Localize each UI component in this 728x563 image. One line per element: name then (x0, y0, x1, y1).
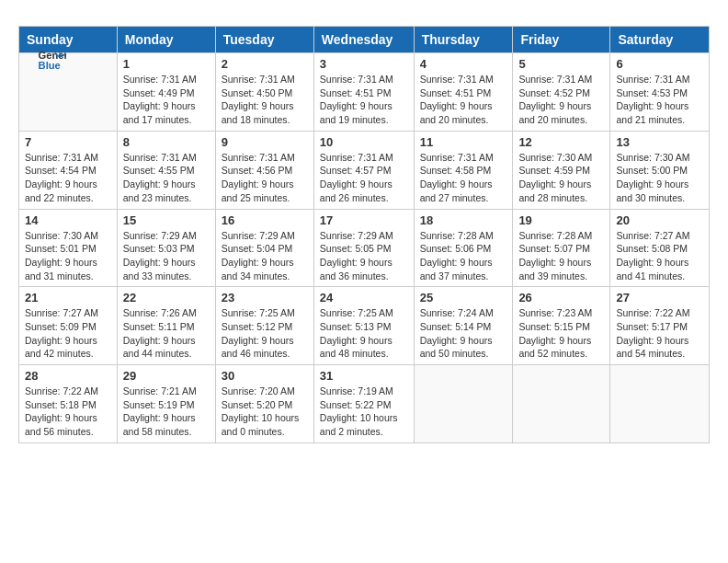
day-number: 28 (25, 369, 111, 383)
day-info: Sunrise: 7:31 AM Sunset: 4:51 PM Dayligh… (420, 73, 507, 127)
day-info: Sunrise: 7:21 AM Sunset: 5:19 PM Dayligh… (123, 385, 210, 439)
calendar-day-cell: 10Sunrise: 7:31 AM Sunset: 4:57 PM Dayli… (313, 131, 414, 209)
day-info: Sunrise: 7:31 AM Sunset: 4:49 PM Dayligh… (123, 73, 210, 127)
calendar-day-cell: 18Sunrise: 7:28 AM Sunset: 5:06 PM Dayli… (414, 209, 513, 287)
day-number: 11 (420, 135, 507, 149)
day-number: 2 (222, 57, 308, 71)
day-number: 18 (420, 213, 507, 227)
day-number: 1 (123, 57, 210, 71)
day-number: 25 (420, 291, 507, 304)
calendar-day-cell: 25Sunrise: 7:24 AM Sunset: 5:14 PM Dayli… (414, 287, 513, 365)
calendar-day-cell: 23Sunrise: 7:25 AM Sunset: 5:12 PM Dayli… (215, 287, 313, 365)
day-info: Sunrise: 7:31 AM Sunset: 4:52 PM Dayligh… (518, 73, 604, 127)
calendar-day-cell: 30Sunrise: 7:20 AM Sunset: 5:20 PM Dayli… (215, 365, 313, 443)
day-info: Sunrise: 7:20 AM Sunset: 5:20 PM Dayligh… (222, 385, 308, 439)
calendar-day-cell (610, 365, 710, 443)
calendar-day-cell: 8Sunrise: 7:31 AM Sunset: 4:55 PM Daylig… (117, 131, 215, 209)
calendar-day-cell: 1Sunrise: 7:31 AM Sunset: 4:49 PM Daylig… (117, 53, 215, 132)
day-info: Sunrise: 7:28 AM Sunset: 5:06 PM Dayligh… (420, 229, 507, 283)
day-number: 31 (320, 369, 408, 383)
day-info: Sunrise: 7:31 AM Sunset: 4:50 PM Dayligh… (222, 73, 308, 127)
logo: General Blue (37, 44, 70, 74)
day-number: 7 (25, 135, 111, 149)
calendar-day-cell: 16Sunrise: 7:29 AM Sunset: 5:04 PM Dayli… (215, 209, 313, 287)
weekday-header: Thursday (414, 27, 513, 53)
calendar-day-cell: 2Sunrise: 7:31 AM Sunset: 4:50 PM Daylig… (215, 53, 313, 132)
calendar-day-cell: 20Sunrise: 7:27 AM Sunset: 5:08 PM Dayli… (610, 209, 710, 287)
day-number: 8 (123, 135, 210, 149)
day-info: Sunrise: 7:31 AM Sunset: 4:54 PM Dayligh… (25, 151, 111, 205)
day-info: Sunrise: 7:30 AM Sunset: 4:59 PM Dayligh… (518, 151, 604, 205)
calendar-week-row: 14Sunrise: 7:30 AM Sunset: 5:01 PM Dayli… (19, 209, 710, 287)
calendar-day-cell: 7Sunrise: 7:31 AM Sunset: 4:54 PM Daylig… (19, 131, 118, 209)
day-info: Sunrise: 7:25 AM Sunset: 5:12 PM Dayligh… (222, 306, 308, 361)
calendar-day-cell: 22Sunrise: 7:26 AM Sunset: 5:11 PM Dayli… (117, 287, 215, 365)
day-number: 4 (420, 57, 507, 71)
day-info: Sunrise: 7:31 AM Sunset: 4:51 PM Dayligh… (320, 73, 408, 127)
day-number: 9 (222, 135, 308, 149)
day-number: 24 (320, 291, 408, 304)
day-info: Sunrise: 7:31 AM Sunset: 4:58 PM Dayligh… (420, 151, 507, 205)
calendar-day-cell: 12Sunrise: 7:30 AM Sunset: 4:59 PM Dayli… (513, 131, 610, 209)
weekday-header: Friday (513, 27, 610, 53)
calendar-header-row: SundayMondayTuesdayWednesdayThursdayFrid… (19, 27, 710, 53)
calendar-day-cell: 28Sunrise: 7:22 AM Sunset: 5:18 PM Dayli… (19, 365, 118, 443)
calendar-week-row: 1Sunrise: 7:31 AM Sunset: 4:49 PM Daylig… (19, 53, 710, 132)
day-number: 14 (25, 213, 111, 227)
day-info: Sunrise: 7:30 AM Sunset: 5:00 PM Dayligh… (616, 151, 703, 205)
calendar-day-cell (414, 365, 513, 443)
weekday-header: Monday (117, 27, 215, 53)
svg-text:General: General (39, 50, 66, 61)
calendar-day-cell: 15Sunrise: 7:29 AM Sunset: 5:03 PM Dayli… (117, 209, 215, 287)
calendar-day-cell: 14Sunrise: 7:30 AM Sunset: 5:01 PM Dayli… (19, 209, 118, 287)
calendar-day-cell: 4Sunrise: 7:31 AM Sunset: 4:51 PM Daylig… (414, 53, 513, 132)
calendar-day-cell: 9Sunrise: 7:31 AM Sunset: 4:56 PM Daylig… (215, 131, 313, 209)
calendar-day-cell: 29Sunrise: 7:21 AM Sunset: 5:19 PM Dayli… (117, 365, 215, 443)
calendar-week-row: 28Sunrise: 7:22 AM Sunset: 5:18 PM Dayli… (19, 365, 710, 443)
day-info: Sunrise: 7:29 AM Sunset: 5:05 PM Dayligh… (320, 229, 408, 283)
calendar-day-cell: 27Sunrise: 7:22 AM Sunset: 5:17 PM Dayli… (610, 287, 710, 365)
day-info: Sunrise: 7:31 AM Sunset: 4:55 PM Dayligh… (123, 151, 210, 205)
day-number: 3 (320, 57, 408, 71)
day-info: Sunrise: 7:24 AM Sunset: 5:14 PM Dayligh… (420, 306, 507, 361)
day-number: 12 (518, 135, 604, 149)
day-number: 27 (616, 291, 703, 304)
day-info: Sunrise: 7:23 AM Sunset: 5:15 PM Dayligh… (518, 306, 604, 361)
calendar-day-cell: 21Sunrise: 7:27 AM Sunset: 5:09 PM Dayli… (19, 287, 118, 365)
day-info: Sunrise: 7:27 AM Sunset: 5:08 PM Dayligh… (616, 229, 703, 283)
day-info: Sunrise: 7:26 AM Sunset: 5:11 PM Dayligh… (123, 306, 210, 361)
day-number: 29 (123, 369, 210, 383)
calendar-day-cell: 19Sunrise: 7:28 AM Sunset: 5:07 PM Dayli… (513, 209, 610, 287)
day-number: 6 (616, 57, 703, 71)
day-info: Sunrise: 7:31 AM Sunset: 4:53 PM Dayligh… (616, 73, 703, 127)
day-info: Sunrise: 7:22 AM Sunset: 5:17 PM Dayligh… (616, 306, 703, 361)
calendar-day-cell: 11Sunrise: 7:31 AM Sunset: 4:58 PM Dayli… (414, 131, 513, 209)
day-info: Sunrise: 7:30 AM Sunset: 5:01 PM Dayligh… (25, 229, 111, 283)
day-info: Sunrise: 7:19 AM Sunset: 5:22 PM Dayligh… (320, 385, 408, 439)
calendar-week-row: 21Sunrise: 7:27 AM Sunset: 5:09 PM Dayli… (19, 287, 710, 365)
day-number: 13 (616, 135, 703, 149)
calendar-day-cell (513, 365, 610, 443)
day-number: 19 (518, 213, 604, 227)
day-info: Sunrise: 7:29 AM Sunset: 5:03 PM Dayligh… (123, 229, 210, 283)
calendar-table: SundayMondayTuesdayWednesdayThursdayFrid… (18, 26, 710, 443)
day-info: Sunrise: 7:25 AM Sunset: 5:13 PM Dayligh… (320, 306, 408, 361)
day-number: 10 (320, 135, 408, 149)
day-number: 20 (616, 213, 703, 227)
weekday-header: Saturday (610, 27, 710, 53)
calendar-day-cell: 24Sunrise: 7:25 AM Sunset: 5:13 PM Dayli… (313, 287, 414, 365)
day-info: Sunrise: 7:31 AM Sunset: 4:56 PM Dayligh… (222, 151, 308, 205)
day-number: 17 (320, 213, 408, 227)
day-info: Sunrise: 7:28 AM Sunset: 5:07 PM Dayligh… (518, 229, 604, 283)
day-info: Sunrise: 7:22 AM Sunset: 5:18 PM Dayligh… (25, 385, 111, 439)
day-number: 21 (25, 291, 111, 304)
weekday-header: Wednesday (313, 27, 414, 53)
day-number: 30 (222, 369, 308, 383)
day-info: Sunrise: 7:27 AM Sunset: 5:09 PM Dayligh… (25, 306, 111, 361)
day-info: Sunrise: 7:31 AM Sunset: 4:57 PM Dayligh… (320, 151, 408, 205)
day-number: 23 (222, 291, 308, 304)
day-number: 16 (222, 213, 308, 227)
day-number: 22 (123, 291, 210, 304)
calendar-day-cell: 31Sunrise: 7:19 AM Sunset: 5:22 PM Dayli… (313, 365, 414, 443)
weekday-header: Tuesday (215, 27, 313, 53)
